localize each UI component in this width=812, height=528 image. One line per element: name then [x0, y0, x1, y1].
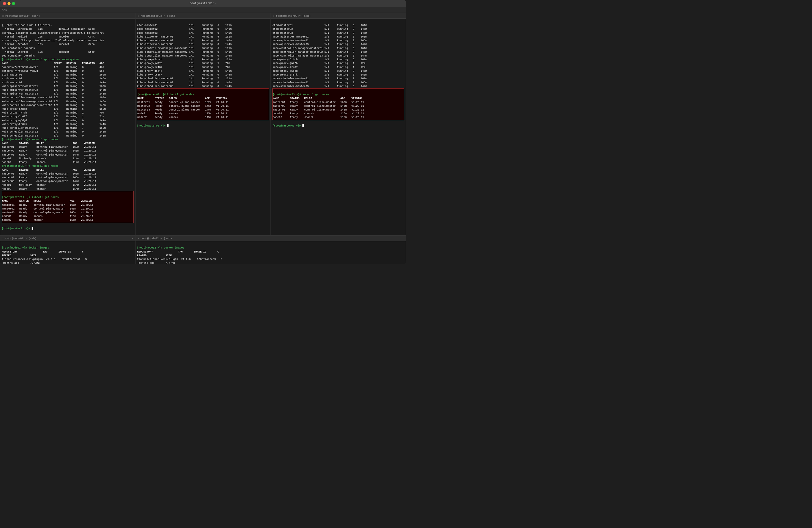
pane-close-master03[interactable]: ✕: [273, 15, 275, 17]
close-button[interactable]: [3, 2, 6, 5]
minimize-button[interactable]: [8, 2, 11, 5]
window-title: root@master01:~: [189, 2, 217, 5]
pane-tab-master01[interactable]: ✕ root@master01:~ (ssh): [0, 13, 135, 19]
pane-tab-node01[interactable]: ✕ root@node01:~ (ssh) ›: [0, 236, 135, 241]
pane-arrow-node01: ›: [131, 237, 133, 240]
pane-close-node02[interactable]: ✕: [137, 237, 139, 240]
pane-content-node02[interactable]: [root@node02 ~]# docker images REPOSITOR…: [135, 241, 406, 264]
shortcut-label: ⌥⌘1: [2, 8, 7, 12]
pane-content-master01[interactable]: }, that the pod didn't tolerate. Normal …: [0, 19, 135, 235]
traffic-lights: [3, 2, 15, 5]
pane-content-master03[interactable]: etcd-master01 1/1 Running 6 161m etcd-ma…: [271, 19, 406, 235]
pane-content-master02[interactable]: etcd-master01 1/1 Running 6 161m etcd-ma…: [135, 19, 270, 235]
pane-node02[interactable]: ✕ root@node02:~ (ssh) [root@node02 ~]# d…: [135, 235, 406, 264]
pane-close-master02[interactable]: ✕: [137, 15, 139, 17]
pane-master01[interactable]: ✕ root@master01:~ (ssh) }, that the pod …: [0, 13, 135, 235]
pane-tab-node02[interactable]: ✕ root@node02:~ (ssh): [135, 236, 406, 241]
top-tab-bar: ⌥⌘1: [0, 7, 406, 13]
pane-tab-label-master02: root@master02:~ (ssh): [141, 15, 175, 17]
pane-master03[interactable]: ✕ root@master03:~ (ssh) etcd-master01 1/…: [271, 13, 406, 235]
terminal-grid: ✕ root@master01:~ (ssh) }, that the pod …: [0, 13, 406, 264]
pane-close-node01[interactable]: ✕: [2, 237, 4, 240]
pane-tab-label-master03: root@master03:~ (ssh): [276, 15, 311, 17]
maximize-button[interactable]: [12, 2, 15, 5]
pane-close-master01[interactable]: ✕: [2, 15, 4, 17]
terminal-window: root@master01:~ ⌥⌘1 ✕ root@master01:~ (s…: [0, 0, 406, 264]
pane-tab-master03[interactable]: ✕ root@master03:~ (ssh): [271, 13, 406, 19]
pane-tab-master02[interactable]: ✕ root@master02:~ (ssh): [135, 13, 270, 19]
pane-tab-label-node02: root@node02:~ (ssh): [141, 237, 172, 240]
pane-tab-label-master01: root@master01:~ (ssh): [5, 15, 40, 17]
pane-content-node01[interactable]: [root@node01 ~]# docker images REPOSITOR…: [0, 241, 135, 264]
pane-master02[interactable]: ✕ root@master02:~ (ssh) etcd-master01 1/…: [135, 13, 271, 235]
pane-tab-label-node01: root@node01:~ (ssh): [5, 237, 37, 240]
title-bar: root@master01:~: [0, 0, 406, 7]
pane-node01[interactable]: ✕ root@node01:~ (ssh) › [root@node01 ~]#…: [0, 235, 135, 264]
